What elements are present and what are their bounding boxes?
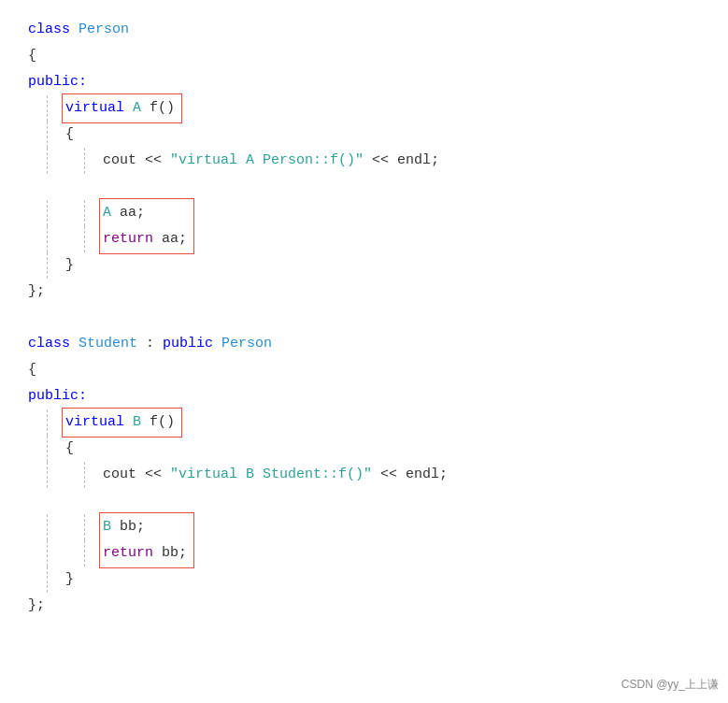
indent-guide: [47, 567, 48, 593]
code-line: }: [28, 252, 700, 279]
code-line: class Student : public Person: [28, 331, 700, 357]
indent-guide: [47, 122, 48, 148]
indent-guide: [47, 436, 48, 462]
code-line: B bb;: [28, 514, 700, 540]
indent-guide: [47, 95, 48, 122]
code-line: }: [28, 567, 700, 593]
indent-guide: [84, 226, 85, 252]
code-line: cout << "virtual B Student::f()" << endl…: [28, 462, 700, 488]
code-line: [28, 488, 700, 514]
watermark: CSDN @yy_上上谦: [621, 676, 719, 694]
indent-guide: [47, 462, 48, 488]
code-line: [28, 174, 700, 200]
indent-guide: [84, 200, 85, 226]
code-line: class Person: [28, 17, 700, 43]
code-line: public:: [28, 383, 700, 409]
indent-guide: [84, 540, 85, 567]
indent-guide: [47, 540, 48, 567]
indent-guide: [47, 226, 48, 252]
indent-guide: [47, 252, 48, 279]
code-line: return bb;: [28, 540, 700, 567]
code-line: {: [28, 357, 700, 383]
code-line: A aa;: [28, 200, 700, 226]
code-line: };: [28, 593, 700, 619]
indent-guide: [47, 148, 48, 174]
code-line: virtual A f(): [28, 95, 700, 122]
code-line: public:: [28, 69, 700, 95]
code-line: return aa;: [28, 226, 700, 252]
code-line: {: [28, 43, 700, 69]
code-line: [28, 305, 700, 331]
indent-guide: [84, 514, 85, 540]
indent-guide: [47, 514, 48, 540]
indent-guide: [47, 200, 48, 226]
indent-guide: [47, 409, 48, 436]
code-line: {: [28, 436, 700, 462]
code-block: class Person{public:virtual A f(){cout <…: [15, 9, 713, 626]
indent-guide: [84, 462, 85, 488]
code-line: cout << "virtual A Person::f()" << endl;: [28, 148, 700, 174]
code-line: virtual B f(): [28, 409, 700, 436]
code-line: };: [28, 279, 700, 305]
code-line: {: [28, 122, 700, 148]
indent-guide: [84, 148, 85, 174]
